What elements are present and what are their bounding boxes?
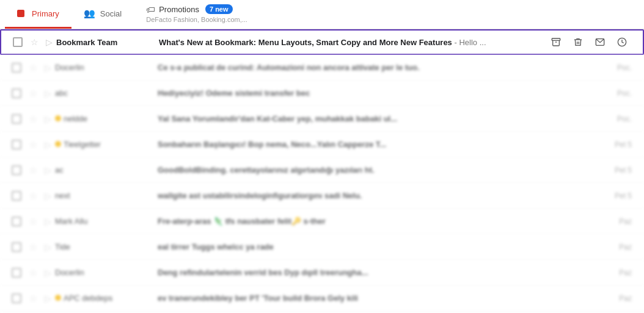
tab-social[interactable]: 👥 Social <box>71 0 134 29</box>
email-row-7[interactable]: ☆ ▷ next wallgite ast ustabilirsindelogi… <box>0 183 644 209</box>
checkbox-6[interactable] <box>12 165 21 175</box>
important-col-2[interactable]: ▷ <box>40 63 55 73</box>
checkbox-col-9[interactable] <box>7 242 26 252</box>
date-5: Pet 5 <box>600 140 637 149</box>
email-row-2[interactable]: ☆ ▷ Docerlin Ce s-a publicat de curind: … <box>0 55 644 81</box>
checkbox-5[interactable] <box>12 140 21 149</box>
email-row-3[interactable]: ☆ ▷ abc Hediyeciyiz! Odeme sistemi trans… <box>0 81 644 106</box>
email-row-6[interactable]: ☆ ▷ ac GoodBoldBinding. cerettayolarınız… <box>0 157 644 183</box>
subject-6: GoodBoldBinding. cerettayolarınız algırt… <box>153 165 600 174</box>
star-col-6[interactable]: ☆ <box>26 165 40 175</box>
important-col-4[interactable]: ▷ <box>40 114 55 124</box>
promotions-subtitle: DeFacto Fashion, Booking.com,... <box>146 16 247 23</box>
important-col-7[interactable]: ▷ <box>40 191 55 201</box>
tab-primary-label: Primary <box>32 9 59 18</box>
subject-bold-2: Ce s-a publicat de curind: Automazioni n… <box>158 63 420 72</box>
sender-8: Mark Allu <box>55 217 153 226</box>
important-col-1[interactable]: ▷ <box>42 37 56 47</box>
subject-bold-4: Yal Sana Yorumlandir'dan Kat-Caber yep, … <box>158 114 397 123</box>
important-col-6[interactable]: ▷ <box>40 165 55 175</box>
checkbox-11[interactable] <box>12 293 21 303</box>
date-4: Poc. <box>600 115 637 123</box>
yellow-dot-5 <box>55 141 61 147</box>
checkbox-col-1[interactable] <box>9 37 27 47</box>
email-row-1[interactable]: ☆ ▷ Bookmark Team What's New at Bookmark… <box>0 29 644 55</box>
subject-bold-8: Fre-aterp-aras 🦎 tfs nausbater felit🔑 s-… <box>158 217 326 226</box>
sender-5: Tieelgetter <box>55 140 153 149</box>
star-col-4[interactable]: ☆ <box>26 114 40 124</box>
checkbox-col-6[interactable] <box>7 165 26 175</box>
snooze-button-1[interactable] <box>613 34 631 51</box>
checkbox-1[interactable] <box>13 37 23 47</box>
checkbox-col-5[interactable] <box>7 140 26 149</box>
email-row-9[interactable]: ☆ ▷ Tide eal tirrer Tuggs whelcc ya rade… <box>0 234 644 260</box>
archive-button-1[interactable] <box>547 34 565 51</box>
star-col-1[interactable]: ☆ <box>27 37 42 47</box>
social-icon: 👥 <box>84 8 95 19</box>
sender-4: neldde <box>55 114 153 123</box>
checkbox-9[interactable] <box>12 242 21 252</box>
checkbox-col-7[interactable] <box>7 191 26 201</box>
email-row-4[interactable]: ☆ ▷ neldde Yal Sana Yorumlandir'dan Kat-… <box>0 106 644 132</box>
email-row-10[interactable]: ☆ ▷ Docerlin Deng refindulartelenin verr… <box>0 260 644 286</box>
subject-1: What's New at Bookmark: Menu Layouts, Sm… <box>154 38 543 47</box>
mark-unread-button-1[interactable] <box>591 34 609 51</box>
date-9: Paz <box>600 243 637 251</box>
email-row-5[interactable]: ☆ ▷ Tieelgetter Sonbaharın Başlangıcı! B… <box>0 132 644 157</box>
checkbox-10[interactable] <box>12 268 21 278</box>
star-col-3[interactable]: ☆ <box>26 88 40 98</box>
subject-preview-1: - Hello ... <box>454 38 486 47</box>
important-col-10[interactable]: ▷ <box>40 268 55 278</box>
sender-3: abc <box>55 88 153 98</box>
checkbox-col-10[interactable] <box>7 268 26 278</box>
email-row-11[interactable]: ☆ ▷ APC debdeps ev tranerundekibley ber … <box>0 286 644 311</box>
star-col-2[interactable]: ☆ <box>26 63 40 73</box>
star-col-9[interactable]: ☆ <box>26 242 40 252</box>
promotions-top: 🏷 Promotions 7 new <box>146 4 232 15</box>
star-col-11[interactable]: ☆ <box>26 293 40 303</box>
important-col-9[interactable]: ▷ <box>40 242 55 252</box>
checkbox-col-11[interactable] <box>7 293 26 303</box>
important-col-11[interactable]: ▷ <box>40 293 55 303</box>
date-6: Pet 5 <box>600 166 637 174</box>
sender-2: Docerlin <box>55 63 153 72</box>
important-col-3[interactable]: ▷ <box>40 88 55 98</box>
sender-1: Bookmark Team <box>56 38 154 47</box>
star-col-10[interactable]: ☆ <box>26 268 40 278</box>
gmail-container: Primary 👥 Social 🏷 Promotions 7 new DeFa… <box>0 0 644 313</box>
subject-bold-10: Deng refindulartelenin verrid bes Dyp dı… <box>158 268 368 277</box>
subject-bold-1: What's New at Bookmark: Menu Layouts, Sm… <box>159 38 452 47</box>
checkbox-3[interactable] <box>12 88 21 98</box>
delete-button-1[interactable] <box>569 34 587 51</box>
checkbox-col-4[interactable] <box>7 114 26 124</box>
important-icon-1[interactable]: ▷ <box>46 37 53 47</box>
checkbox-4[interactable] <box>12 114 21 124</box>
checkbox-8[interactable] <box>12 217 21 226</box>
primary-icon <box>17 10 24 17</box>
checkbox-7[interactable] <box>12 191 21 201</box>
sender-10: Docerlin <box>55 268 153 277</box>
sender-11: APC debdeps <box>55 293 153 303</box>
tab-primary[interactable]: Primary <box>5 0 71 29</box>
sender-7: next <box>55 191 153 200</box>
important-col-8[interactable]: ▷ <box>40 217 55 226</box>
tabs-row: Primary 👥 Social 🏷 Promotions 7 new DeFa… <box>0 0 644 29</box>
date-8: Paz <box>600 217 637 226</box>
checkbox-2[interactable] <box>12 63 21 73</box>
subject-bold-11: ev tranerundekibley ber PT 'Tour build B… <box>158 293 358 303</box>
checkbox-col-3[interactable] <box>7 88 26 98</box>
tab-promotions[interactable]: 🏷 Promotions 7 new DeFacto Fashion, Book… <box>134 0 260 29</box>
subject-9: eal tirrer Tuggs whelcc ya rade <box>153 242 600 251</box>
subject-bold-7: wallgite ast ustabilirsindeloginfigurati… <box>158 191 362 200</box>
checkbox-col-8[interactable] <box>7 217 26 226</box>
star-icon-1[interactable]: ☆ <box>31 37 38 47</box>
star-col-7[interactable]: ☆ <box>26 191 40 201</box>
email-row-8[interactable]: ☆ ▷ Mark Allu Fre-aterp-aras 🦎 tfs nausb… <box>0 209 644 234</box>
star-col-8[interactable]: ☆ <box>26 217 40 226</box>
checkbox-col-2[interactable] <box>7 63 26 73</box>
actions-1 <box>543 34 635 51</box>
important-col-5[interactable]: ▷ <box>40 140 55 149</box>
subject-3: Hediyeciyiz! Odeme sistemi transfer bec <box>153 88 600 98</box>
star-col-5[interactable]: ☆ <box>26 140 40 149</box>
promotions-badge: 7 new <box>205 4 233 14</box>
